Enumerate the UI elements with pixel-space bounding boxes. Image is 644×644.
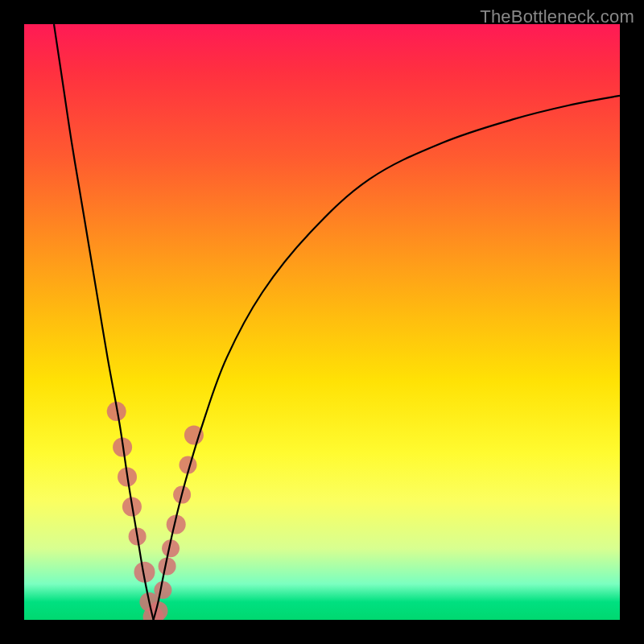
data-point (154, 581, 171, 599)
curve-right-branch (154, 96, 620, 620)
plot-area (24, 24, 620, 620)
chart-svg (24, 24, 620, 620)
chart-frame: TheBottleneck.com (0, 0, 644, 644)
